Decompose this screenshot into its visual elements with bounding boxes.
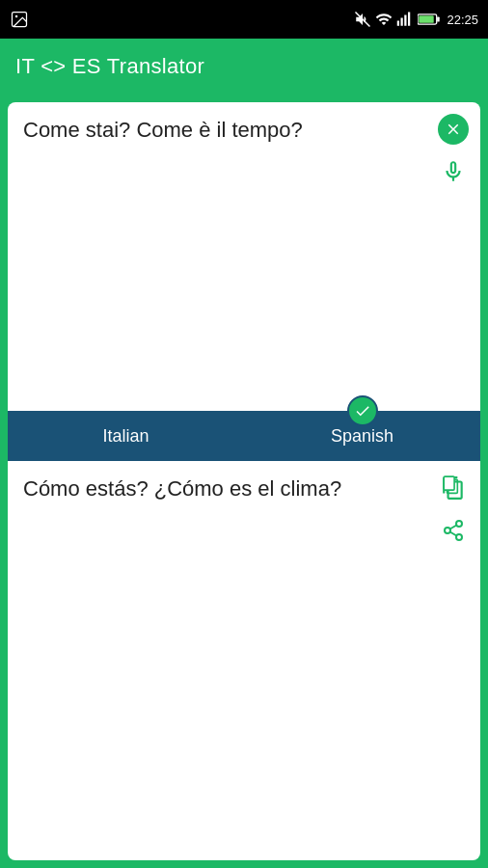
battery-icon (418, 13, 441, 26)
svg-rect-4 (401, 18, 403, 26)
wifi-icon (375, 11, 393, 28)
status-bar-right: 22:25 (354, 11, 478, 28)
svg-point-14 (456, 534, 462, 540)
mic-button[interactable] (438, 156, 469, 187)
spanish-lang-btn[interactable]: Spanish (244, 411, 480, 461)
status-bar: 22:25 (0, 0, 488, 39)
copy-icon (441, 475, 466, 501)
active-lang-indicator (347, 395, 378, 426)
status-icons (354, 11, 441, 28)
app-bar: IT <> ES Translator (0, 39, 488, 95)
svg-rect-3 (397, 21, 399, 26)
input-text[interactable]: Come stai? Come è il tempo? (23, 116, 432, 146)
close-button[interactable] (438, 114, 469, 145)
spanish-label: Spanish (331, 426, 393, 447)
svg-rect-11 (444, 476, 454, 490)
image-icon (10, 10, 29, 29)
signal-icon (396, 11, 414, 28)
share-icon (442, 519, 465, 542)
svg-line-15 (450, 532, 457, 536)
svg-rect-6 (408, 13, 410, 26)
svg-rect-5 (405, 15, 407, 26)
svg-point-13 (445, 528, 450, 533)
check-icon (354, 402, 371, 420)
close-icon (445, 121, 462, 138)
svg-point-1 (15, 15, 17, 17)
italian-lang-btn[interactable]: Italian (8, 411, 244, 461)
status-time: 22:25 (447, 13, 478, 27)
share-button[interactable] (438, 515, 469, 546)
language-bar: Italian Spanish (8, 411, 480, 461)
main-content: Come stai? Come è il tempo? Italian (0, 95, 488, 868)
svg-rect-8 (438, 16, 441, 21)
svg-rect-9 (420, 15, 434, 23)
svg-point-12 (456, 521, 462, 527)
svg-line-16 (450, 526, 457, 529)
app-title: IT <> ES Translator (15, 54, 204, 79)
copy-button[interactable] (438, 473, 469, 503)
mic-icon (441, 159, 466, 184)
italian-label: Italian (102, 426, 149, 447)
mute-icon (354, 11, 371, 28)
input-card: Come stai? Come è il tempo? (8, 102, 480, 411)
output-card: Cómo estás? ¿Cómo es el clima? (8, 461, 480, 860)
status-bar-left (10, 10, 29, 29)
output-text: Cómo estás? ¿Cómo es el clima? (23, 475, 432, 504)
